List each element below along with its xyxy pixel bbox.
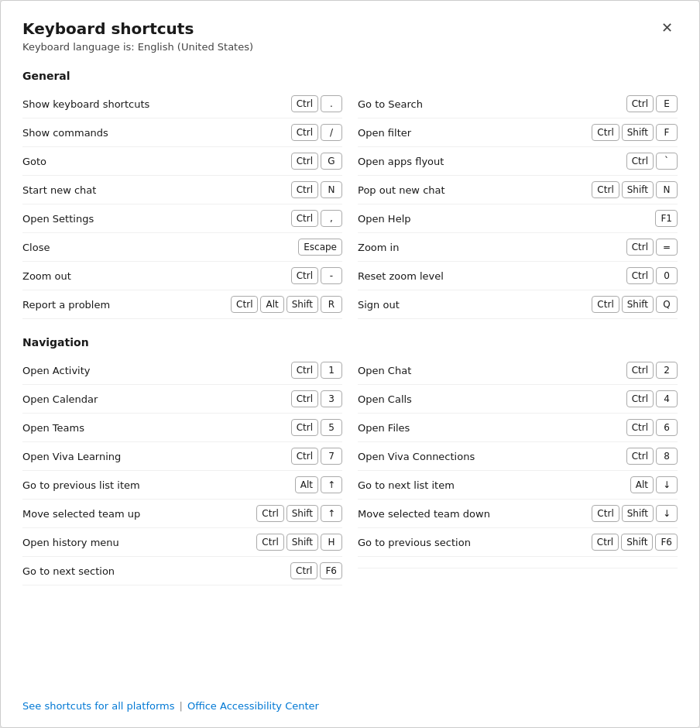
shortcut-row-left-general-1: Show commandsCtrl/: [22, 118, 342, 147]
key-badge: Shift: [622, 124, 654, 141]
shortcut-keys: CtrlShiftN: [592, 181, 678, 198]
key-badge: 3: [321, 390, 342, 407]
key-badge: Ctrl: [626, 95, 654, 112]
key-badge: N: [321, 181, 342, 198]
key-badge: 2: [656, 362, 678, 379]
key-badge: 4: [656, 390, 678, 407]
key-badge: Shift: [287, 505, 318, 522]
shortcut-row-left-navigation-5: Move selected team upCtrlShift↑: [22, 500, 342, 528]
shortcut-keys: Ctrl2: [626, 362, 678, 379]
shortcut-row-right-general-5: Zoom inCtrl=: [358, 233, 678, 262]
key-badge: F6: [655, 534, 678, 551]
shortcut-keys: Ctrl5: [291, 419, 342, 436]
key-badge: F6: [320, 562, 342, 579]
shortcut-label: Go to next section: [22, 565, 290, 577]
shortcut-label: Open Help: [358, 213, 655, 225]
key-badge: Ctrl: [592, 505, 619, 522]
close-button[interactable]: ✕: [657, 19, 678, 36]
key-badge: 7: [321, 448, 342, 465]
right-col-navigation: Open ChatCtrl2Open CallsCtrl4Open FilesC…: [358, 356, 678, 585]
shortcut-label: Goto: [22, 156, 291, 167]
shortcut-keys: Ctrl1: [291, 362, 342, 379]
key-badge: Shift: [287, 296, 318, 313]
dialog-header: Keyboard shortcuts ✕: [22, 19, 678, 38]
shortcut-label: Reset zoom level: [358, 270, 626, 282]
key-badge: G: [321, 153, 342, 170]
shortcut-keys: Ctrl3: [291, 390, 342, 407]
key-badge: F1: [655, 210, 678, 227]
shortcut-label: Sign out: [358, 299, 592, 311]
section-title-general: General: [22, 70, 678, 82]
left-col-navigation: Open ActivityCtrl1Open CalendarCtrl3Open…: [22, 356, 342, 585]
shortcut-keys: CtrlShiftQ: [592, 296, 678, 313]
key-badge: 6: [656, 419, 678, 436]
shortcut-label: Start new chat: [22, 184, 291, 196]
key-badge: Ctrl: [231, 296, 258, 313]
shortcut-keys: Ctrl6: [626, 419, 678, 436]
shortcut-row-right-general-6: Reset zoom levelCtrl0: [358, 262, 678, 290]
shortcut-row-left-general-6: Zoom outCtrl-: [22, 262, 342, 290]
shortcut-row-left-general-5: CloseEscape: [22, 233, 342, 262]
shortcut-row-left-navigation-1: Open CalendarCtrl3: [22, 385, 342, 414]
key-badge: Ctrl: [626, 267, 654, 284]
key-badge: Ctrl: [291, 124, 318, 141]
key-badge: Ctrl: [626, 390, 654, 407]
shortcut-keys: CtrlF6: [290, 562, 342, 579]
shortcut-label: Pop out new chat: [358, 184, 592, 196]
key-badge: Shift: [622, 296, 654, 313]
shortcut-keys: CtrlN: [291, 181, 342, 198]
key-badge: Ctrl: [291, 210, 318, 227]
shortcut-label: Open Files: [358, 422, 626, 434]
shortcut-keys: Ctrl7: [291, 448, 342, 465]
shortcut-label: Move selected team up: [22, 508, 256, 520]
shortcut-keys: Ctrl-: [291, 267, 342, 284]
shortcut-label: Move selected team down: [358, 508, 592, 520]
shortcut-row-left-navigation-3: Open Viva LearningCtrl7: [22, 442, 342, 471]
shortcut-row-left-general-7: Report a problemCtrlAltShiftR: [22, 290, 342, 319]
shortcut-keys: CtrlShiftH: [256, 534, 342, 551]
shortcut-row-right-general-3: Pop out new chatCtrlShiftN: [358, 176, 678, 204]
shortcut-row-right-navigation-6: Go to previous sectionCtrlShiftF6: [358, 528, 678, 557]
shortcut-row-left-general-2: GotoCtrlG: [22, 147, 342, 176]
key-badge: Ctrl: [592, 296, 619, 313]
key-badge: Ctrl: [290, 562, 317, 579]
key-badge: 0: [656, 267, 678, 284]
shortcut-label: Open Calendar: [22, 393, 291, 405]
shortcut-label: Open Viva Learning: [22, 451, 291, 462]
see-shortcuts-link[interactable]: See shortcuts for all platforms: [22, 700, 175, 712]
key-badge: `: [656, 153, 678, 170]
shortcut-row-right-navigation-4: Go to next list itemAlt↓: [358, 471, 678, 500]
shortcut-row-right-navigation-1: Open CallsCtrl4: [358, 385, 678, 414]
shortcut-label: Zoom out: [22, 270, 291, 282]
key-badge: ↓: [656, 476, 678, 493]
accessibility-center-link[interactable]: Office Accessibility Center: [187, 700, 319, 712]
shortcut-keys: Ctrl`: [626, 153, 678, 170]
key-badge: Ctrl: [291, 390, 318, 407]
key-badge: Ctrl: [291, 362, 318, 379]
shortcut-label: Open history menu: [22, 537, 256, 548]
footer-separator: |: [180, 700, 183, 712]
key-badge: Ctrl: [291, 419, 318, 436]
key-badge: 1: [321, 362, 342, 379]
key-badge: Ctrl: [626, 153, 654, 170]
key-badge: 8: [656, 448, 678, 465]
dialog-subtitle: Keyboard language is: English (United St…: [22, 41, 678, 53]
key-badge: Alt: [295, 476, 318, 493]
shortcut-label: Open Activity: [22, 365, 291, 376]
shortcut-row-left-navigation-6: Open history menuCtrlShiftH: [22, 528, 342, 557]
key-badge: Ctrl: [256, 505, 283, 522]
shortcut-row-right-navigation-0: Open ChatCtrl2: [358, 356, 678, 385]
key-badge: ↓: [656, 505, 678, 522]
shortcut-label: Open Calls: [358, 393, 626, 405]
key-badge: Alt: [260, 296, 283, 313]
shortcut-keys: CtrlShiftF: [592, 124, 678, 141]
shortcut-row-left-navigation-2: Open TeamsCtrl5: [22, 414, 342, 442]
shortcut-label: Show keyboard shortcuts: [22, 98, 291, 110]
shortcut-keys: Ctrl=: [626, 239, 678, 256]
shortcut-row-right-general-0: Go to SearchCtrlE: [358, 90, 678, 118]
shortcut-label: Go to previous section: [358, 537, 592, 548]
dialog-title: Keyboard shortcuts: [22, 19, 194, 38]
key-badge: .: [321, 95, 342, 112]
shortcut-label: Show commands: [22, 127, 291, 139]
shortcut-keys: Ctrl/: [291, 124, 342, 141]
